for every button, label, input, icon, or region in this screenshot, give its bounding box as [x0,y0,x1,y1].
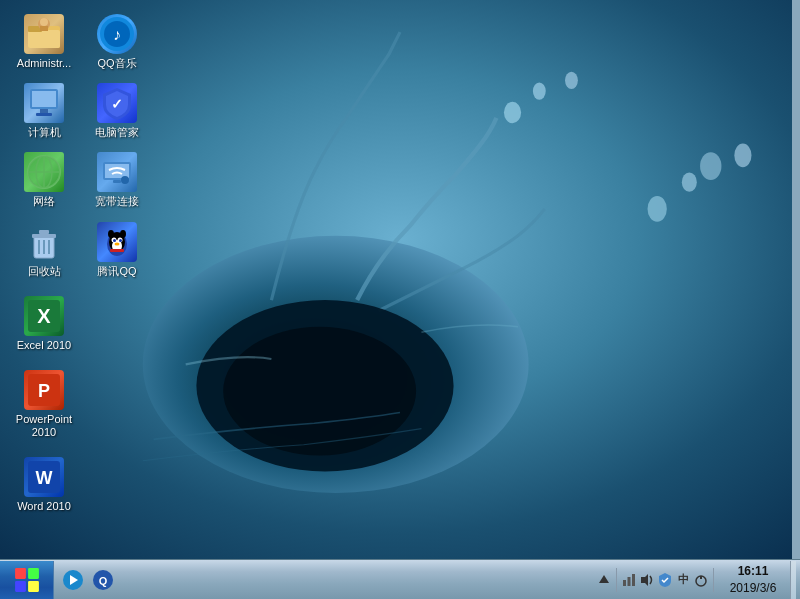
svg-rect-16 [40,26,48,31]
volume-tray-icon[interactable] [639,572,655,588]
quick-launch-area: Q [54,566,122,594]
svg-marker-69 [641,574,648,586]
wmp-taskbar-icon[interactable] [59,566,87,594]
clock-display[interactable]: 16:11 2019/3/6 [718,563,788,597]
svg-rect-59 [15,581,26,592]
excel-2010-icon[interactable]: X Excel 2010 [10,292,78,356]
svg-rect-33 [113,180,121,183]
svg-text:P: P [38,381,50,401]
network-tray-icon[interactable] [621,572,637,588]
svg-rect-21 [32,91,56,107]
svg-text:✓: ✓ [111,96,123,112]
show-hidden-icons-button[interactable] [596,572,612,588]
security-tray-icon[interactable] [657,572,673,588]
svg-rect-22 [40,109,48,113]
svg-point-49 [120,230,126,238]
qq-taskbar-icon[interactable]: Q [89,566,117,594]
svg-rect-68 [632,574,635,586]
taskbar: Q [0,559,800,599]
word-2010-icon[interactable]: W Word 2010 [10,453,78,517]
svg-rect-23 [36,113,52,116]
qq-img [97,222,137,262]
windows-logo-icon [14,567,40,593]
word-img: W [24,457,64,497]
administrator-label: Administr... [17,57,71,70]
recycle-bin-icon[interactable]: 回收站 [10,218,78,282]
svg-text:Q: Q [99,575,108,587]
tencent-qq-icon[interactable]: 腾讯QQ [83,218,151,282]
system-tray: 中 16:11 2019/3/6 [591,561,800,599]
power-tray-icon[interactable] [693,572,709,588]
network-img [24,152,64,192]
excel-label: Excel 2010 [17,339,71,352]
ppt-img: P [24,370,64,410]
recycle-img [24,222,64,262]
ime-tray-icon[interactable]: 中 [675,572,691,588]
svg-text:X: X [37,305,51,327]
svg-rect-57 [15,568,26,579]
tray-separator [616,568,617,592]
svg-point-45 [113,239,116,242]
admin-folder-icon [24,14,64,54]
svg-marker-65 [599,575,609,583]
scrollbar[interactable] [792,0,800,559]
svg-rect-36 [39,230,49,234]
shield-img: ✓ [97,83,137,123]
show-desktop-button[interactable] [790,561,796,599]
svg-rect-35 [32,234,56,238]
svg-text:♪: ♪ [113,26,121,43]
svg-point-15 [40,18,48,26]
icon-row-ppt: P PowerPoint 2010 [10,366,151,443]
svg-text:W: W [36,468,53,488]
svg-rect-12 [28,30,60,48]
svg-point-8 [565,72,578,89]
icon-row-excel: X Excel 2010 [10,292,151,356]
svg-point-29 [28,156,60,188]
qq-label: 腾讯QQ [97,265,136,278]
clock-time: 16:11 [738,563,769,580]
svg-point-10 [223,327,416,456]
svg-point-46 [119,239,122,242]
svg-rect-50 [110,249,124,252]
desktop-icons: Administr... ♪ QQ音乐 [10,10,151,518]
svg-point-2 [504,102,521,123]
network-label: 网络 [33,195,55,208]
administrator-icon[interactable]: Administr... [10,10,78,74]
tencent-housekeeper-icon[interactable]: ✓ 电脑管家 [83,79,151,143]
powerpoint-2010-icon[interactable]: P PowerPoint 2010 [10,366,78,443]
icon-row-3: 网络 宽带连接 [10,148,151,212]
svg-rect-66 [623,580,626,586]
powerpoint-label: PowerPoint 2010 [14,413,74,439]
computer-label: 计算机 [28,126,61,139]
icon-row-4: 回收站 [10,218,151,282]
excel-img: X [24,296,64,336]
network-icon[interactable]: 网络 [10,148,78,212]
broadband-img [97,152,137,192]
tray-separator-2 [713,568,714,592]
svg-point-5 [682,173,697,192]
svg-point-32 [121,176,129,184]
svg-point-4 [648,196,667,222]
my-computer-icon[interactable]: 计算机 [10,79,78,143]
icon-row-word: W Word 2010 [10,453,151,517]
icon-row-1: Administr... ♪ QQ音乐 [10,10,151,74]
word-label: Word 2010 [17,500,71,513]
svg-rect-67 [628,577,631,586]
qq-music-desktop-icon[interactable]: ♪ QQ音乐 [83,10,151,74]
qq-music-label: QQ音乐 [97,57,136,70]
svg-rect-60 [28,581,39,592]
start-button[interactable] [0,561,54,599]
broadband-label: 宽带连接 [95,195,139,208]
desktop: Administr... ♪ QQ音乐 [0,0,800,599]
svg-rect-31 [105,164,129,178]
svg-point-6 [700,152,721,180]
svg-point-47 [115,242,120,245]
clock-date: 2019/3/6 [730,580,777,597]
broadband-icon[interactable]: 宽带连接 [83,148,151,212]
svg-point-48 [108,230,114,238]
svg-point-3 [533,83,546,100]
qq-music-img: ♪ [97,14,137,54]
computer-img [24,83,64,123]
housekeeper-label: 电脑管家 [95,126,139,139]
svg-rect-58 [28,568,39,579]
